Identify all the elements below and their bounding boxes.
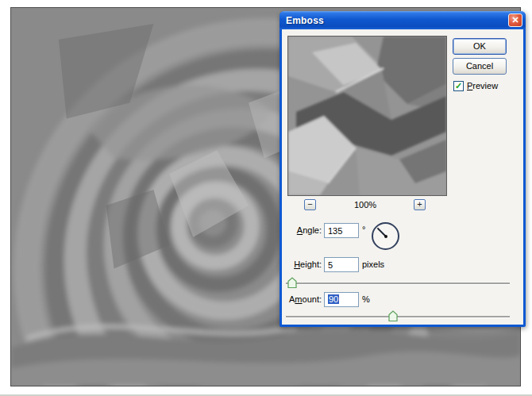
close-button[interactable]: ✕ bbox=[508, 13, 522, 27]
preview-image[interactable] bbox=[288, 37, 446, 195]
dial-center-dot bbox=[384, 235, 387, 238]
angle-input[interactable] bbox=[324, 223, 359, 238]
zoom-in-button[interactable]: + bbox=[414, 199, 426, 210]
emboss-dialog: Emboss ✕ bbox=[279, 11, 526, 327]
ok-button[interactable]: OK bbox=[453, 38, 507, 55]
amount-slider-thumb[interactable] bbox=[388, 310, 398, 322]
dialog-title: Emboss bbox=[279, 15, 324, 26]
angle-dial[interactable] bbox=[372, 222, 399, 250]
amount-unit: % bbox=[362, 292, 370, 307]
page: Emboss ✕ bbox=[0, 0, 532, 396]
preview-frame bbox=[287, 36, 447, 196]
height-label: Height: bbox=[282, 257, 322, 272]
slider-thumb-icon bbox=[388, 310, 398, 322]
check-icon: ✓ bbox=[455, 81, 462, 90]
minus-icon: − bbox=[307, 199, 312, 209]
angle-label: Angle: bbox=[282, 223, 322, 238]
height-unit: pixels bbox=[362, 257, 384, 272]
close-icon: ✕ bbox=[511, 15, 519, 25]
height-input[interactable] bbox=[324, 257, 359, 272]
cancel-button[interactable]: Cancel bbox=[453, 58, 507, 75]
amount-label: Amount: bbox=[282, 292, 322, 307]
dialog-body: − 100% + Angle: ° Height: pixels bbox=[282, 29, 523, 325]
angle-unit: ° bbox=[362, 222, 365, 237]
height-slider-thumb[interactable] bbox=[287, 277, 297, 289]
amount-slider[interactable] bbox=[286, 310, 510, 323]
zoom-level: 100% bbox=[337, 200, 393, 210]
slider-thumb-icon bbox=[287, 277, 297, 289]
preview-checkbox-label: Preview bbox=[467, 80, 498, 91]
height-slider[interactable] bbox=[286, 277, 510, 290]
amount-input[interactable]: 90 bbox=[324, 292, 359, 307]
dialog-titlebar[interactable]: Emboss ✕ bbox=[279, 11, 526, 29]
plus-icon: + bbox=[417, 199, 422, 209]
preview-checkbox[interactable]: ✓ bbox=[453, 81, 464, 91]
amount-selected-value: 90 bbox=[328, 294, 339, 304]
zoom-out-button[interactable]: − bbox=[304, 199, 316, 210]
height-slider-track bbox=[286, 283, 510, 285]
